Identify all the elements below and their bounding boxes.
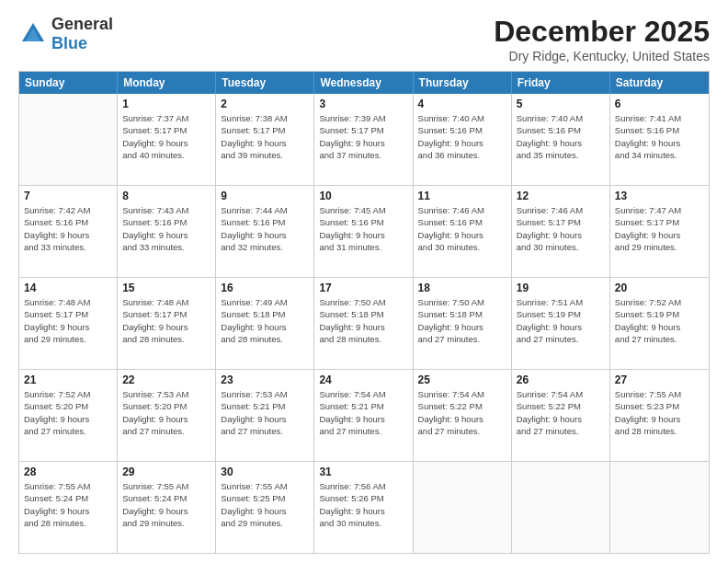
day-info: Sunrise: 7:51 AMSunset: 5:19 PMDaylight:… — [517, 296, 605, 345]
day-number: 21 — [24, 373, 112, 386]
day-number: 19 — [517, 282, 605, 294]
day-number: 3 — [319, 98, 407, 110]
day-cell: 23Sunrise: 7:53 AMSunset: 5:21 PMDayligh… — [216, 370, 314, 461]
day-info: Sunrise: 7:54 AMSunset: 5:22 PMDaylight:… — [418, 388, 506, 437]
day-cell: 21Sunrise: 7:52 AMSunset: 5:20 PMDayligh… — [19, 370, 118, 461]
day-cell: 6Sunrise: 7:41 AMSunset: 5:16 PMDaylight… — [610, 94, 709, 185]
day-info: Sunrise: 7:48 AMSunset: 5:17 PMDaylight:… — [122, 296, 210, 345]
day-info: Sunrise: 7:54 AMSunset: 5:21 PMDaylight:… — [319, 388, 407, 437]
day-number: 12 — [517, 190, 605, 202]
day-cell: 27Sunrise: 7:55 AMSunset: 5:23 PMDayligh… — [610, 370, 709, 461]
day-cell: 10Sunrise: 7:45 AMSunset: 5:16 PMDayligh… — [314, 186, 413, 277]
day-cell: 29Sunrise: 7:55 AMSunset: 5:24 PMDayligh… — [118, 462, 216, 553]
day-cell — [512, 462, 610, 553]
week-row-2: 14Sunrise: 7:48 AMSunset: 5:17 PMDayligh… — [19, 278, 709, 370]
day-number: 14 — [24, 282, 112, 294]
day-number: 29 — [122, 465, 210, 478]
day-info: Sunrise: 7:55 AMSunset: 5:23 PMDaylight:… — [615, 388, 704, 437]
day-info: Sunrise: 7:53 AMSunset: 5:20 PMDaylight:… — [122, 388, 210, 437]
day-info: Sunrise: 7:56 AMSunset: 5:26 PMDaylight:… — [319, 480, 407, 529]
day-number: 15 — [122, 282, 210, 294]
day-info: Sunrise: 7:42 AMSunset: 5:16 PMDaylight:… — [24, 204, 112, 253]
day-number: 4 — [418, 98, 506, 110]
day-cell: 22Sunrise: 7:53 AMSunset: 5:20 PMDayligh… — [118, 370, 216, 461]
day-number: 5 — [517, 98, 605, 110]
day-number: 9 — [221, 190, 309, 202]
day-info: Sunrise: 7:52 AMSunset: 5:19 PMDaylight:… — [615, 296, 704, 345]
day-cell: 19Sunrise: 7:51 AMSunset: 5:19 PMDayligh… — [512, 278, 610, 369]
day-cell: 8Sunrise: 7:43 AMSunset: 5:16 PMDaylight… — [118, 186, 216, 277]
day-cell: 9Sunrise: 7:44 AMSunset: 5:16 PMDaylight… — [216, 186, 314, 277]
day-number: 28 — [24, 465, 112, 478]
day-cell — [414, 462, 512, 553]
day-number: 13 — [615, 190, 704, 202]
day-number: 27 — [615, 373, 704, 386]
day-cell: 18Sunrise: 7:50 AMSunset: 5:18 PMDayligh… — [414, 278, 512, 369]
day-cell: 20Sunrise: 7:52 AMSunset: 5:19 PMDayligh… — [610, 278, 709, 369]
day-info: Sunrise: 7:45 AMSunset: 5:16 PMDaylight:… — [319, 204, 407, 253]
header-day-thursday: Thursday — [414, 72, 512, 94]
day-cell: 11Sunrise: 7:46 AMSunset: 5:16 PMDayligh… — [414, 186, 512, 277]
day-info: Sunrise: 7:50 AMSunset: 5:18 PMDaylight:… — [418, 296, 506, 345]
day-info: Sunrise: 7:55 AMSunset: 5:24 PMDaylight:… — [122, 480, 210, 529]
day-info: Sunrise: 7:47 AMSunset: 5:17 PMDaylight:… — [615, 204, 704, 253]
header: General Blue December 2025 Dry Ridge, Ke… — [18, 15, 710, 63]
header-day-saturday: Saturday — [610, 72, 709, 94]
day-info: Sunrise: 7:48 AMSunset: 5:17 PMDaylight:… — [24, 296, 112, 345]
header-day-tuesday: Tuesday — [216, 72, 314, 94]
day-info: Sunrise: 7:43 AMSunset: 5:16 PMDaylight:… — [122, 204, 210, 253]
day-cell — [610, 462, 709, 553]
day-number: 17 — [319, 282, 407, 294]
location: Dry Ridge, Kentucky, United States — [494, 49, 710, 63]
day-cell: 30Sunrise: 7:55 AMSunset: 5:25 PMDayligh… — [216, 462, 314, 553]
day-cell: 4Sunrise: 7:40 AMSunset: 5:16 PMDaylight… — [414, 94, 512, 185]
day-number: 24 — [319, 373, 407, 386]
page: General Blue December 2025 Dry Ridge, Ke… — [0, 0, 728, 563]
day-info: Sunrise: 7:55 AMSunset: 5:25 PMDaylight:… — [221, 480, 309, 529]
title-area: December 2025 Dry Ridge, Kentucky, Unite… — [494, 15, 710, 63]
day-number: 31 — [319, 465, 407, 478]
day-cell — [19, 94, 118, 185]
day-cell: 24Sunrise: 7:54 AMSunset: 5:21 PMDayligh… — [314, 370, 413, 461]
day-cell: 16Sunrise: 7:49 AMSunset: 5:18 PMDayligh… — [216, 278, 314, 369]
day-info: Sunrise: 7:38 AMSunset: 5:17 PMDaylight:… — [221, 112, 309, 161]
day-number: 10 — [319, 190, 407, 202]
week-row-3: 21Sunrise: 7:52 AMSunset: 5:20 PMDayligh… — [19, 370, 709, 462]
day-info: Sunrise: 7:37 AMSunset: 5:17 PMDaylight:… — [122, 112, 210, 161]
day-number: 16 — [221, 282, 309, 294]
calendar: SundayMondayTuesdayWednesdayThursdayFrid… — [18, 71, 710, 554]
day-number: 1 — [122, 98, 210, 110]
day-info: Sunrise: 7:40 AMSunset: 5:16 PMDaylight:… — [418, 112, 506, 161]
week-row-0: 1Sunrise: 7:37 AMSunset: 5:17 PMDaylight… — [19, 94, 709, 186]
day-number: 8 — [122, 190, 210, 202]
day-info: Sunrise: 7:46 AMSunset: 5:17 PMDaylight:… — [517, 204, 605, 253]
day-number: 11 — [418, 190, 506, 202]
day-cell: 13Sunrise: 7:47 AMSunset: 5:17 PMDayligh… — [610, 186, 709, 277]
week-row-1: 7Sunrise: 7:42 AMSunset: 5:16 PMDaylight… — [19, 186, 709, 278]
day-cell: 31Sunrise: 7:56 AMSunset: 5:26 PMDayligh… — [314, 462, 413, 553]
day-number: 2 — [221, 98, 309, 110]
day-cell: 5Sunrise: 7:40 AMSunset: 5:16 PMDaylight… — [512, 94, 610, 185]
day-cell: 26Sunrise: 7:54 AMSunset: 5:22 PMDayligh… — [512, 370, 610, 461]
day-number: 20 — [615, 282, 704, 294]
day-number: 6 — [615, 98, 704, 110]
day-cell: 2Sunrise: 7:38 AMSunset: 5:17 PMDaylight… — [216, 94, 314, 185]
day-info: Sunrise: 7:55 AMSunset: 5:24 PMDaylight:… — [24, 480, 112, 529]
logo-icon — [18, 19, 48, 49]
day-number: 23 — [221, 373, 309, 386]
logo-general: General — [51, 15, 113, 33]
day-cell: 28Sunrise: 7:55 AMSunset: 5:24 PMDayligh… — [19, 462, 118, 553]
day-info: Sunrise: 7:40 AMSunset: 5:16 PMDaylight:… — [517, 112, 605, 161]
calendar-body: 1Sunrise: 7:37 AMSunset: 5:17 PMDaylight… — [19, 94, 709, 553]
logo-text: General Blue — [51, 15, 113, 53]
day-info: Sunrise: 7:50 AMSunset: 5:18 PMDaylight:… — [319, 296, 407, 345]
logo: General Blue — [18, 15, 113, 53]
day-number: 7 — [24, 190, 112, 202]
logo-blue: Blue — [51, 34, 87, 52]
day-number: 18 — [418, 282, 506, 294]
day-cell: 17Sunrise: 7:50 AMSunset: 5:18 PMDayligh… — [314, 278, 413, 369]
day-cell: 12Sunrise: 7:46 AMSunset: 5:17 PMDayligh… — [512, 186, 610, 277]
day-cell: 15Sunrise: 7:48 AMSunset: 5:17 PMDayligh… — [118, 278, 216, 369]
day-info: Sunrise: 7:41 AMSunset: 5:16 PMDaylight:… — [615, 112, 704, 161]
day-number: 25 — [418, 373, 506, 386]
